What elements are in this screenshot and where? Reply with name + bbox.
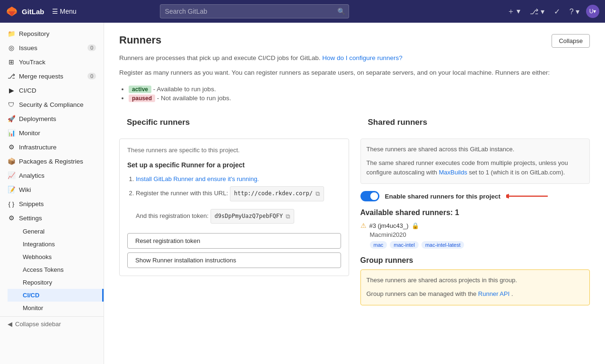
- sidebar-sub-integrations[interactable]: Integrations: [8, 238, 104, 251]
- collapse-sidebar-button[interactable]: ◀ Collapse sidebar: [0, 316, 104, 331]
- todo-icon: ✓: [554, 7, 560, 16]
- maxbuilds-link[interactable]: MaxBuilds: [439, 169, 467, 176]
- shared-runners-section: Shared runners These runners are shared …: [360, 111, 590, 305]
- search-input[interactable]: [160, 4, 349, 18]
- sidebar-item-youtrack[interactable]: ⊞ YouTrack: [0, 55, 104, 69]
- arrow-indicator: [506, 191, 549, 202]
- page-header: Runners Collapse: [119, 34, 590, 48]
- search-container: 🔍: [160, 4, 349, 18]
- runner-machine: Macmini2020: [360, 231, 590, 238]
- avatar[interactable]: U ▾: [586, 5, 599, 18]
- sidebar-item-wiki[interactable]: 📝 Wiki: [0, 182, 104, 197]
- sidebar-item-analytics[interactable]: 📈 Analytics: [0, 168, 104, 182]
- runner-tag: mac-intel-latest: [421, 241, 465, 249]
- sidebar-item-issues[interactable]: ◎ Issues 0: [0, 41, 104, 55]
- app-logo[interactable]: GitLab: [6, 5, 44, 17]
- active-badge: active: [129, 86, 151, 93]
- runner-warning-icon: ⚠: [360, 222, 367, 229]
- sidebar-sub-cicd[interactable]: CI/CD: [8, 289, 104, 302]
- sidebar-item-settings[interactable]: ⚙ Settings: [0, 211, 104, 225]
- package-icon: 📦: [8, 157, 15, 165]
- sidebar-sub-monitor[interactable]: Monitor: [8, 302, 104, 314]
- new-item-button[interactable]: ＋ ▾: [504, 4, 523, 19]
- step-1: Install GitLab Runner and ensure it's ru…: [136, 173, 341, 184]
- help-icon: ? ▾: [570, 7, 579, 16]
- setup-title: Set up a specific Runner for a project: [127, 161, 341, 169]
- sidebar-sub-repository[interactable]: Repository: [8, 276, 104, 289]
- available-runners-count: Available shared runners: 1: [360, 208, 590, 217]
- configure-runners-link[interactable]: How do I configure runners?: [322, 54, 403, 61]
- todo-button[interactable]: ✓: [551, 4, 563, 19]
- gitlab-logo-icon: [6, 5, 18, 17]
- issues-badge: 0: [88, 44, 96, 51]
- url-code-block: http://code.rkdev.corp/ ⧉: [230, 186, 324, 201]
- search-icon: 🔍: [337, 8, 345, 15]
- sidebar-item-deployments[interactable]: 🚀 Deployments: [0, 112, 104, 126]
- sidebar-item-monitor[interactable]: 📊 Monitor: [0, 126, 104, 140]
- plus-icon: ＋ ▾: [507, 7, 520, 17]
- sidebar-item-merge-requests[interactable]: ⎇ Merge requests 0: [0, 69, 104, 83]
- app-name: GitLab: [22, 8, 44, 16]
- specific-desc: These runners are specific to this proje…: [127, 147, 341, 154]
- nav-right: ＋ ▾ ⎇ ▾ ✓ ? ▾ U ▾: [504, 4, 599, 19]
- main-content: Runners Collapse Runners are processes t…: [104, 23, 605, 364]
- runner-tag: mac: [370, 241, 387, 249]
- youtrack-icon: ⊞: [8, 58, 15, 66]
- sidebar-item-packages[interactable]: 📦 Packages & Registries: [0, 154, 104, 168]
- settings-icon: ⚙: [8, 214, 15, 222]
- group-runners-title: Group runners: [360, 256, 590, 265]
- shared-runners-toggle[interactable]: [360, 191, 379, 201]
- badge-list: active - Available to run jobs. paused -…: [129, 86, 590, 102]
- runners-info: Register as many runners as you want. Yo…: [119, 68, 590, 78]
- shared-runners-title: Shared runners: [360, 111, 590, 134]
- step-2: Register the runner with this URL: http:…: [136, 184, 341, 225]
- token-code-block: d9sDpPmyUazQ7pebFQFY ⧉: [210, 209, 295, 224]
- paused-badge-item: paused - Not available to run jobs.: [129, 95, 590, 102]
- group-runners-section: Group runners These runners are shared a…: [360, 256, 590, 305]
- group-info-box: These runners are shared across projects…: [360, 269, 590, 305]
- runner-api-link[interactable]: Runner API: [478, 290, 510, 297]
- specific-runners-section: Specific runners These runners are speci…: [119, 111, 349, 305]
- sidebar-item-repository[interactable]: 📁 Repository: [0, 26, 104, 41]
- help-button[interactable]: ? ▾: [567, 4, 582, 19]
- menu-button[interactable]: ☰ Menu: [48, 6, 80, 17]
- runner-name-row: ⚠ #3 (jm4uc43_) 🔒: [360, 222, 590, 229]
- shared-info-box: These runners are shared across this Git…: [360, 139, 590, 184]
- toggle-slider: [360, 191, 379, 201]
- arrow-icon: [506, 191, 549, 202]
- copy-token-button[interactable]: ⧉: [286, 213, 290, 220]
- merge-requests-button[interactable]: ⎇ ▾: [527, 4, 547, 19]
- install-runner-link[interactable]: Install GitLab Runner and ensure it's ru…: [136, 175, 259, 182]
- setup-steps: Install GitLab Runner and ensure it's ru…: [127, 173, 341, 226]
- runner-tag: mac-intel: [390, 241, 419, 249]
- sidebar-item-snippets[interactable]: { } Snippets: [0, 197, 104, 211]
- token-row: And this registration token: d9sDpPmyUaz…: [136, 207, 341, 226]
- toggle-row: Enable shared runners for this project: [360, 191, 590, 202]
- reset-token-button[interactable]: Reset registration token: [127, 233, 341, 249]
- runner-tags: macmac-intelmac-intel-latest: [360, 241, 590, 249]
- top-navigation: GitLab ☰ Menu 🔍 ＋ ▾ ⎇ ▾ ✓ ? ▾ U ▾: [0, 0, 605, 23]
- copy-icon: ⧉: [286, 213, 290, 220]
- sidebar-sub-general[interactable]: General: [8, 225, 104, 238]
- sidebar-item-infrastructure[interactable]: ⚙ Infrastructure: [0, 140, 104, 154]
- snippets-icon: { }: [8, 200, 15, 208]
- wiki-icon: 📝: [8, 186, 15, 193]
- paused-badge: paused: [129, 95, 155, 102]
- toggle-label: Enable shared runners for this project: [385, 193, 501, 200]
- sidebar-item-cicd[interactable]: ▶ CI/CD: [0, 83, 104, 97]
- sidebar-sub-access-tokens[interactable]: Access Tokens: [8, 263, 104, 276]
- analytics-icon: 📈: [8, 172, 15, 179]
- show-instructions-button[interactable]: Show Runner installation instructions: [127, 252, 341, 268]
- hamburger-icon: ☰: [52, 8, 58, 15]
- issues-icon: ◎: [8, 44, 15, 52]
- shield-icon: 🛡: [8, 101, 15, 108]
- specific-runners-title: Specific runners: [119, 111, 349, 134]
- collapse-button[interactable]: Collapse: [552, 34, 590, 48]
- copy-icon: ⧉: [316, 190, 320, 198]
- copy-url-button[interactable]: ⧉: [316, 190, 320, 198]
- sidebar-sub-webhooks[interactable]: Webhooks: [8, 251, 104, 263]
- active-badge-item: active - Available to run jobs.: [129, 86, 590, 93]
- runner-entry: ⚠ #3 (jm4uc43_) 🔒 Macmini2020 macmac-int…: [360, 222, 590, 249]
- sidebar: 📁 Repository ◎ Issues 0 ⊞ YouTrack ⎇ Mer…: [0, 23, 104, 364]
- sidebar-item-security[interactable]: 🛡 Security & Compliance: [0, 97, 104, 112]
